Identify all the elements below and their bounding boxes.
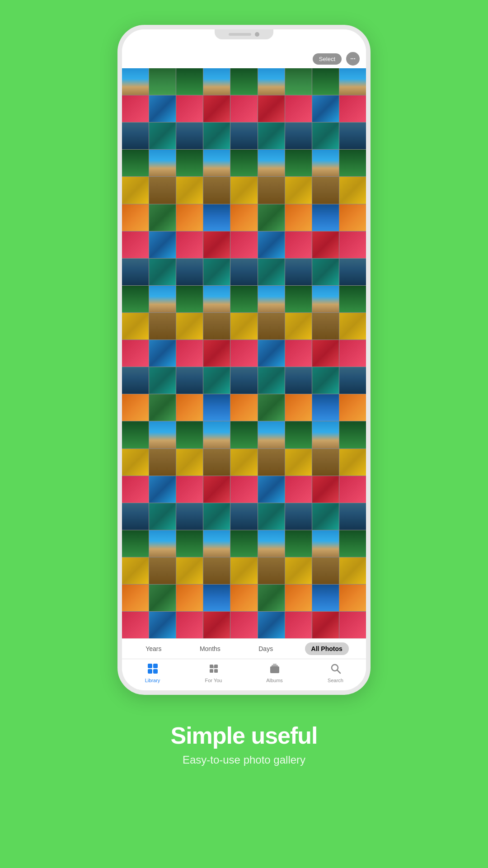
photo-cell[interactable] bbox=[176, 557, 203, 584]
photo-cell[interactable] bbox=[122, 449, 149, 476]
photo-cell[interactable] bbox=[176, 394, 203, 421]
photo-cell[interactable] bbox=[258, 204, 285, 231]
photo-cell[interactable] bbox=[122, 95, 149, 122]
photo-cell[interactable] bbox=[285, 367, 312, 394]
photo-cell[interactable] bbox=[122, 259, 149, 285]
photo-cell[interactable] bbox=[285, 231, 312, 258]
photo-cell[interactable] bbox=[258, 367, 285, 394]
photo-cell[interactable] bbox=[122, 340, 149, 367]
photo-cell[interactable] bbox=[149, 231, 176, 258]
photo-cell[interactable] bbox=[230, 503, 257, 530]
photo-cell[interactable] bbox=[149, 585, 176, 611]
photo-cell[interactable] bbox=[149, 476, 176, 503]
photo-cell[interactable] bbox=[285, 95, 312, 122]
photo-cell[interactable] bbox=[230, 557, 257, 584]
photo-cell[interactable] bbox=[258, 557, 285, 584]
photo-cell[interactable] bbox=[176, 503, 203, 530]
photo-cell[interactable] bbox=[203, 313, 230, 340]
more-button[interactable]: ··· bbox=[346, 52, 360, 66]
photo-cell[interactable] bbox=[176, 123, 203, 149]
photo-cell[interactable] bbox=[230, 286, 257, 312]
photo-cell[interactable] bbox=[149, 95, 176, 122]
photo-cell[interactable] bbox=[285, 204, 312, 231]
photo-cell[interactable] bbox=[176, 259, 203, 285]
photo-cell[interactable] bbox=[176, 150, 203, 176]
photo-cell[interactable] bbox=[230, 204, 257, 231]
photo-cell[interactable] bbox=[176, 449, 203, 476]
photo-cell[interactable] bbox=[203, 340, 230, 367]
photo-cell[interactable] bbox=[339, 612, 366, 638]
photo-cell[interactable] bbox=[176, 313, 203, 340]
photo-cell[interactable] bbox=[312, 503, 339, 530]
photo-cell[interactable] bbox=[230, 530, 257, 557]
photo-cell[interactable] bbox=[230, 476, 257, 503]
photo-cell[interactable] bbox=[258, 340, 285, 367]
photo-cell[interactable] bbox=[149, 286, 176, 312]
photo-cell[interactable] bbox=[258, 503, 285, 530]
photo-cell[interactable] bbox=[122, 585, 149, 611]
photo-cell[interactable] bbox=[339, 123, 366, 149]
nav-item-library[interactable]: Library bbox=[122, 663, 183, 683]
photo-cell[interactable] bbox=[176, 530, 203, 557]
photo-cell[interactable] bbox=[285, 177, 312, 203]
photo-cell[interactable] bbox=[203, 557, 230, 584]
photo-cell[interactable] bbox=[312, 612, 339, 638]
photo-cell[interactable] bbox=[122, 68, 149, 95]
photo-cell[interactable] bbox=[176, 340, 203, 367]
photo-cell[interactable] bbox=[122, 530, 149, 557]
photo-cell[interactable] bbox=[203, 204, 230, 231]
photo-cell[interactable] bbox=[312, 421, 339, 448]
filter-tab-all_photos[interactable]: All Photos bbox=[305, 642, 349, 655]
photo-cell[interactable] bbox=[230, 123, 257, 149]
photo-cell[interactable] bbox=[339, 150, 366, 176]
photo-cell[interactable] bbox=[312, 177, 339, 203]
select-button[interactable]: Select bbox=[313, 53, 342, 65]
photo-cell[interactable] bbox=[258, 68, 285, 95]
photo-cell[interactable] bbox=[149, 123, 176, 149]
photo-cell[interactable] bbox=[285, 612, 312, 638]
photo-cell[interactable] bbox=[203, 231, 230, 258]
photo-cell[interactable] bbox=[230, 177, 257, 203]
photo-cell[interactable] bbox=[285, 394, 312, 421]
photo-cell[interactable] bbox=[176, 612, 203, 638]
photo-cell[interactable] bbox=[176, 204, 203, 231]
photo-cell[interactable] bbox=[230, 421, 257, 448]
photo-cell[interactable] bbox=[339, 340, 366, 367]
photo-cell[interactable] bbox=[312, 340, 339, 367]
photo-cell[interactable] bbox=[203, 585, 230, 611]
photo-cell[interactable] bbox=[339, 313, 366, 340]
photo-cell[interactable] bbox=[176, 95, 203, 122]
photo-cell[interactable] bbox=[258, 150, 285, 176]
photo-cell[interactable] bbox=[176, 421, 203, 448]
photo-cell[interactable] bbox=[258, 177, 285, 203]
photo-cell[interactable] bbox=[258, 585, 285, 611]
photo-cell[interactable] bbox=[230, 259, 257, 285]
photo-cell[interactable] bbox=[312, 68, 339, 95]
photo-cell[interactable] bbox=[258, 476, 285, 503]
photo-cell[interactable] bbox=[176, 286, 203, 312]
photo-cell[interactable] bbox=[176, 476, 203, 503]
photo-cell[interactable] bbox=[339, 95, 366, 122]
photo-cell[interactable] bbox=[176, 177, 203, 203]
photo-cell[interactable] bbox=[230, 394, 257, 421]
photo-cell[interactable] bbox=[230, 367, 257, 394]
photo-cell[interactable] bbox=[176, 367, 203, 394]
photo-cell[interactable] bbox=[149, 557, 176, 584]
photo-cell[interactable] bbox=[149, 421, 176, 448]
photo-cell[interactable] bbox=[149, 449, 176, 476]
photo-cell[interactable] bbox=[339, 503, 366, 530]
photo-cell[interactable] bbox=[258, 259, 285, 285]
filter-tab-months[interactable]: Months bbox=[193, 642, 227, 655]
photo-cell[interactable] bbox=[285, 68, 312, 95]
photo-cell[interactable] bbox=[285, 585, 312, 611]
photo-cell[interactable] bbox=[285, 150, 312, 176]
photo-cell[interactable] bbox=[230, 95, 257, 122]
photo-cell[interactable] bbox=[285, 313, 312, 340]
photo-cell[interactable] bbox=[230, 231, 257, 258]
photo-cell[interactable] bbox=[203, 394, 230, 421]
photo-cell[interactable] bbox=[149, 150, 176, 176]
photo-cell[interactable] bbox=[203, 150, 230, 176]
photo-cell[interactable] bbox=[312, 585, 339, 611]
photo-cell[interactable] bbox=[312, 150, 339, 176]
photo-cell[interactable] bbox=[149, 612, 176, 638]
